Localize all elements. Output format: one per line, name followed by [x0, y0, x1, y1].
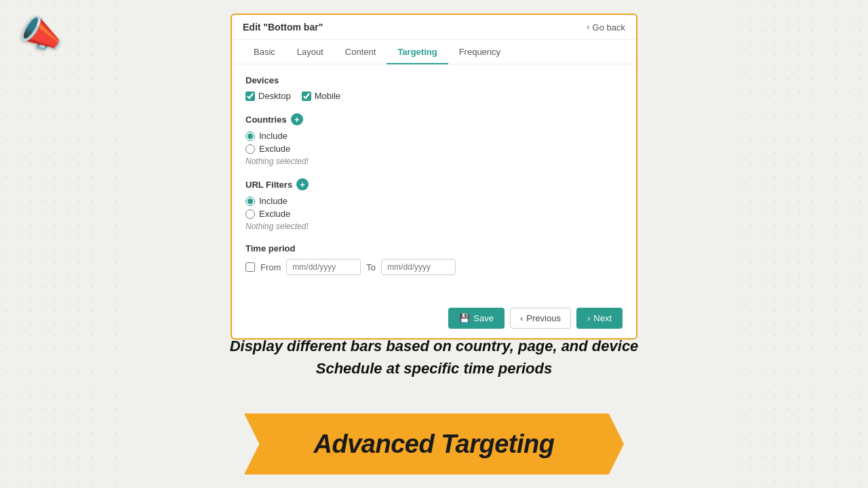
countries-include-label: Include: [259, 131, 288, 141]
tab-layout[interactable]: Layout: [286, 40, 334, 64]
go-back-label: Go back: [593, 22, 625, 33]
tab-targeting[interactable]: Targeting: [387, 40, 448, 64]
go-back-chevron-icon: ‹: [587, 22, 590, 32]
dialog-header: Edit "Bottom bar" ‹ Go back: [232, 15, 636, 40]
tagline-section: Display different bars based on country,…: [0, 335, 868, 380]
time-period-checkbox[interactable]: [245, 262, 255, 272]
mobile-label: Mobile: [315, 91, 340, 101]
previous-chevron-icon: ‹: [520, 313, 523, 323]
time-period-section: Time period From To: [245, 243, 623, 275]
previous-button[interactable]: ‹ Previous: [510, 308, 571, 329]
mobile-checkbox-label[interactable]: Mobile: [302, 91, 340, 101]
countries-label: Countries +: [245, 113, 623, 125]
url-filters-empty-state: Nothing selected!: [245, 222, 623, 231]
to-label: To: [366, 262, 376, 272]
time-period-label: Time period: [245, 243, 623, 253]
devices-label: Devices: [245, 75, 623, 85]
countries-empty-state: Nothing selected!: [245, 157, 623, 166]
previous-label: Previous: [526, 313, 561, 323]
next-label: Next: [593, 313, 612, 323]
url-include-option[interactable]: Include: [245, 196, 623, 206]
tagline-line1: Display different bars based on country,…: [0, 335, 868, 357]
megaphone-icon: 📣: [17, 10, 68, 58]
from-date-input[interactable]: [286, 259, 361, 275]
to-date-input[interactable]: [381, 259, 456, 275]
next-chevron-icon: ›: [587, 313, 590, 323]
url-include-radio[interactable]: [245, 197, 255, 206]
devices-options: Desktop Mobile: [245, 91, 623, 101]
go-back-link[interactable]: ‹ Go back: [587, 22, 625, 33]
dialog-title: Edit "Bottom bar": [243, 22, 323, 33]
tab-frequency[interactable]: Frequency: [448, 40, 511, 64]
tagline-line2: Schedule at specific time periods: [0, 357, 868, 380]
countries-section: Countries + Include Exclude Nothing sele…: [245, 113, 623, 166]
countries-exclude-radio[interactable]: [245, 144, 255, 154]
countries-exclude-option[interactable]: Exclude: [245, 144, 623, 154]
yellow-banner: Advanced Targeting: [244, 413, 624, 474]
tab-content[interactable]: Content: [334, 40, 387, 64]
banner-text: Advanced Targeting: [314, 430, 555, 459]
url-exclude-option[interactable]: Exclude: [245, 209, 623, 219]
dialog-wrapper: Edit "Bottom bar" ‹ Go back Basic Layout…: [231, 14, 637, 340]
countries-include-radio[interactable]: [245, 131, 255, 141]
save-button[interactable]: 💾 Save: [448, 308, 505, 329]
devices-section: Devices Desktop Mobile: [245, 75, 623, 101]
url-exclude-radio[interactable]: [245, 209, 255, 219]
url-exclude-label: Exclude: [259, 209, 290, 219]
url-include-label: Include: [259, 196, 288, 206]
edit-dialog: Edit "Bottom bar" ‹ Go back Basic Layout…: [231, 14, 637, 340]
time-period-row: From To: [245, 259, 623, 275]
countries-include-option[interactable]: Include: [245, 131, 623, 141]
logo: 📣: [20, 14, 64, 55]
save-label: Save: [473, 313, 494, 323]
tab-basic[interactable]: Basic: [243, 40, 286, 64]
next-button[interactable]: › Next: [576, 308, 623, 329]
url-filters-label: URL Filters +: [245, 178, 623, 190]
desktop-label: Desktop: [258, 91, 291, 101]
countries-exclude-label: Exclude: [259, 144, 290, 154]
dialog-footer: 💾 Save ‹ Previous › Next: [232, 301, 636, 338]
save-icon: 💾: [459, 313, 470, 323]
countries-add-button[interactable]: +: [291, 113, 303, 125]
from-label: From: [260, 262, 281, 272]
desktop-checkbox[interactable]: [245, 92, 255, 101]
url-filters-section: URL Filters + Include Exclude Nothing se…: [245, 178, 623, 231]
url-filters-add-button[interactable]: +: [296, 178, 309, 190]
dialog-body: Devices Desktop Mobile Countries +: [232, 64, 636, 301]
desktop-checkbox-label[interactable]: Desktop: [245, 91, 291, 101]
mobile-checkbox[interactable]: [302, 92, 311, 101]
tabs-bar: Basic Layout Content Targeting Frequency: [232, 40, 636, 64]
